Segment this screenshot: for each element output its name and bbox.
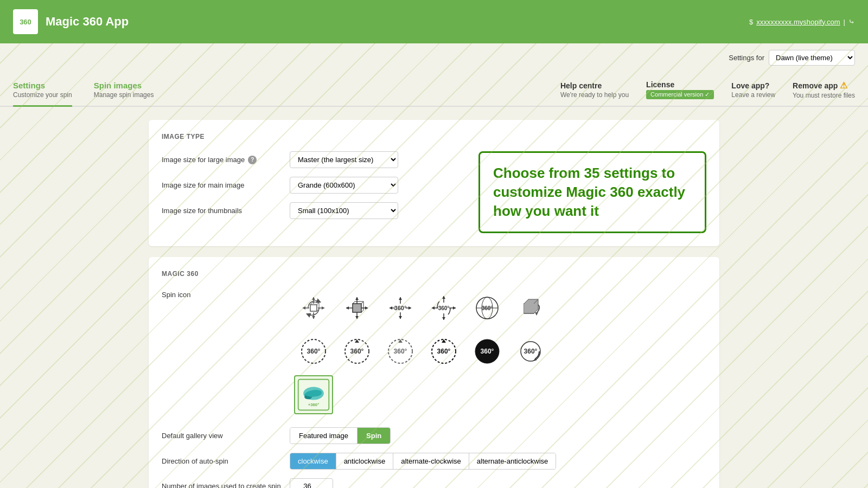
direction-row: Direction of auto-spin clockwise anticlo… (162, 453, 706, 470)
spin-icon-grid: 360° (294, 288, 550, 419)
tab-spin-images-title: Spin images (94, 81, 154, 90)
thumbnail-row: Image size for thumbnails Small (100x100… (162, 202, 465, 219)
tab-settings[interactable]: Settings Customize your spin (13, 72, 72, 107)
content-area: Settings for Dawn (live theme) Debut Bro… (0, 43, 868, 488)
spin-icon-row1: 360° (294, 288, 550, 328)
svg-rect-0 (310, 305, 317, 311)
warning-triangle-icon: ⚠ (840, 80, 847, 91)
header-left: 360 Magic 360 App (13, 9, 129, 34)
large-image-label: Image size for large image ? (162, 156, 281, 164)
nav-action-help[interactable]: Help centre We're ready to help you (560, 81, 629, 99)
spin-icon-row2: 360° 360° (294, 332, 550, 371)
logout-icon[interactable]: ⤷ (848, 17, 855, 26)
direction-group: clockwise anticlockwise alternate-clockw… (290, 453, 556, 470)
default-gallery-label-text: Default gallery view (162, 432, 223, 440)
dir-alternate-clockwise[interactable]: alternate-clockwise (393, 453, 469, 469)
thumbnail-label-text: Image size for thumbnails (162, 207, 242, 215)
nav-action-remove-title: Remove app ⚠ (793, 80, 847, 91)
large-image-row: Image size for large image ? Master (the… (162, 151, 465, 168)
large-image-select[interactable]: Master (the largest size) Pico (16x16) I… (290, 151, 398, 168)
spin-icon-8[interactable]: 360° (337, 332, 376, 371)
num-images-row: Number of images used to create spin (162, 478, 706, 488)
svg-text:360°: 360° (481, 348, 494, 355)
app-header: 360 Magic 360 App $ xxxxxxxxxx.myshopify… (0, 0, 868, 43)
tab-spin-images[interactable]: Spin images Manage spin images (94, 72, 154, 107)
spin-icon-9[interactable]: 360° (381, 332, 420, 371)
spin-icon-4[interactable]: 360° (424, 288, 463, 328)
theme-selector[interactable]: Dawn (live theme) Debut Brooklyn (769, 50, 855, 66)
dollar-sign: $ (749, 18, 753, 26)
dir-alternate-anticlockwise[interactable]: alternate-anticlockwise (469, 453, 556, 469)
nav-action-remove[interactable]: Remove app ⚠ You must restore files (793, 80, 855, 99)
settings-for-label: Settings for (729, 54, 764, 62)
spin-icon-7[interactable]: 360° (294, 332, 333, 371)
dir-clockwise[interactable]: clockwise (290, 453, 336, 469)
direction-label-text: Direction of auto-spin (162, 457, 228, 465)
num-images-label-text: Number of images used to create spin (162, 482, 281, 488)
magic360-section-title: MAGIC 360 (162, 270, 706, 278)
promo-text: Choose from 35 settings to customize Mag… (493, 164, 692, 221)
nav-action-license-title: License (646, 80, 674, 89)
svg-rect-14 (353, 304, 361, 312)
tab-spin-images-subtitle: Manage spin images (94, 91, 154, 99)
license-badge: Commercial version ✓ (646, 90, 714, 99)
num-images-input[interactable] (290, 478, 333, 488)
app-logo: 360 (13, 9, 38, 34)
gallery-view-featured[interactable]: Featured image (290, 428, 358, 444)
spin-icon-13[interactable]: +360° (294, 375, 333, 414)
spin-icon-6[interactable] (511, 288, 550, 328)
gallery-view-spin[interactable]: Spin (358, 428, 390, 444)
app-title: Magic 360 App (46, 15, 129, 29)
spin-icon-2[interactable] (337, 288, 376, 328)
image-type-section-title: IMAGE TYPE (162, 133, 706, 140)
thumbnail-select[interactable]: Small (100x100) Pico (16x16) Icon (32x32… (290, 202, 398, 219)
spin-icon-12[interactable]: 360° (511, 332, 550, 371)
svg-text:360°: 360° (394, 305, 407, 311)
page-content: IMAGE TYPE Image size for large image ? … (136, 107, 732, 488)
main-image-label: Image size for main image (162, 181, 281, 189)
spin-icon-row: Spin icon (162, 288, 706, 419)
svg-text:360°: 360° (350, 348, 364, 355)
store-link[interactable]: xxxxxxxxxx.myshopify.com (756, 18, 840, 26)
nav-action-love[interactable]: Love app? Leave a review (731, 81, 775, 99)
svg-text:360°: 360° (394, 348, 407, 355)
spin-icon-row3: +360° (294, 375, 550, 414)
svg-line-2 (317, 303, 319, 305)
default-gallery-label: Default gallery view (162, 432, 281, 440)
tab-settings-subtitle: Customize your spin (13, 91, 72, 99)
spin-icon-5[interactable]: 360° (468, 288, 507, 328)
nav-action-license[interactable]: License Commercial version ✓ (646, 80, 714, 99)
main-image-row: Image size for main image Grande (600x60… (162, 177, 465, 194)
nav-action-remove-subtitle: You must restore files (793, 92, 855, 99)
svg-text:360°: 360° (482, 305, 493, 311)
main-image-label-text: Image size for main image (162, 181, 244, 189)
promo-box: Choose from 35 settings to customize Mag… (478, 151, 706, 233)
nav-action-love-title: Love app? (731, 81, 769, 90)
spin-icon-11[interactable]: 360° (468, 332, 507, 371)
thumbnail-label: Image size for thumbnails (162, 207, 281, 215)
tab-settings-title: Settings (13, 81, 72, 90)
logo-text: 360 (20, 18, 31, 25)
main-image-select[interactable]: Grande (600x600) Pico (16x16) Icon (32x3… (290, 177, 398, 194)
num-images-label: Number of images used to create spin (162, 482, 281, 488)
svg-text:+360°: +360° (308, 403, 319, 408)
header-right: $ xxxxxxxxxx.myshopify.com | ⤷ (749, 17, 855, 26)
section-magic360: MAGIC 360 Spin icon (149, 257, 719, 488)
svg-text:360°: 360° (307, 348, 321, 355)
dir-anticlockwise[interactable]: anticlockwise (336, 453, 394, 469)
direction-label: Direction of auto-spin (162, 457, 281, 465)
svg-text:360°: 360° (438, 305, 450, 311)
large-image-info-icon[interactable]: ? (248, 156, 257, 164)
settings-bar: Settings for Dawn (live theme) Debut Bro… (0, 43, 868, 72)
section-image-type: IMAGE TYPE Image size for large image ? … (149, 120, 719, 246)
settings-form: Image size for large image ? Master (the… (162, 151, 465, 228)
spin-icon-1[interactable] (294, 288, 333, 328)
nav-action-help-title: Help centre (560, 81, 602, 90)
svg-text:360°: 360° (524, 348, 538, 355)
svg-line-16 (361, 301, 363, 304)
image-type-content: Image size for large image ? Master (the… (162, 151, 706, 233)
spin-icon-label: Spin icon (162, 288, 281, 299)
spin-icon-3[interactable]: 360° (381, 288, 420, 328)
spin-icon-10[interactable]: 360° (424, 332, 463, 371)
nav-action-help-subtitle: We're ready to help you (560, 91, 629, 99)
